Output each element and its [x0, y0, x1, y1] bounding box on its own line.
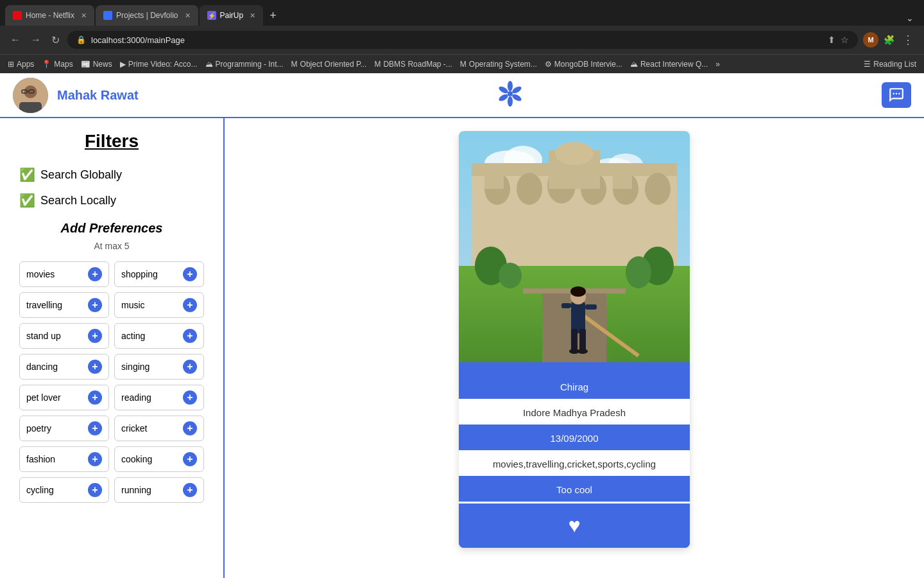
pref-petlover-add[interactable]: +: [88, 390, 102, 405]
pref-reading-label: reading: [121, 392, 151, 403]
pref-standup-label: stand up: [26, 331, 61, 341]
pref-fashion-label: fashion: [26, 454, 55, 464]
bookmark-oop-label: Object Oriented P...: [300, 60, 367, 69]
extensions-button[interactable]: 🧩: [884, 35, 894, 45]
back-button[interactable]: ←: [8, 31, 23, 48]
pref-travelling[interactable]: travelling +: [19, 292, 109, 318]
pref-shopping-add[interactable]: +: [183, 267, 197, 281]
bookmark-button[interactable]: ☆: [841, 35, 849, 45]
reading-list-button[interactable]: ☰ Reading List: [864, 60, 916, 69]
browser-menu-button[interactable]: ⋮: [900, 30, 916, 49]
bookmark-react[interactable]: ⛰ React Interview Q...: [630, 60, 708, 69]
reading-list-label: Reading List: [873, 60, 916, 69]
dbms-icon: M: [374, 60, 381, 69]
tab-devfolio[interactable]: Projects | Devfolio ✕: [96, 5, 198, 26]
profile-photo: [459, 131, 690, 375]
browser-profile[interactable]: M: [863, 32, 878, 48]
pref-music-add[interactable]: +: [183, 298, 197, 312]
pref-movies[interactable]: movies +: [19, 261, 109, 287]
profile-area: Chirag Indore Madhya Pradesh 13/09/2000 …: [225, 118, 924, 578]
svg-point-21: [517, 173, 542, 205]
pref-singing[interactable]: singing +: [114, 354, 204, 380]
pref-cooking-add[interactable]: +: [183, 452, 197, 466]
pref-movies-add[interactable]: +: [88, 267, 102, 281]
tab-pairup-title: PairUp: [220, 11, 244, 20]
bookmark-oop[interactable]: M Object Oriented P...: [291, 60, 367, 69]
bookmark-programming[interactable]: ⛰ Programming - Int...: [205, 60, 284, 69]
pref-cycling-add[interactable]: +: [88, 483, 102, 497]
bookmark-prime[interactable]: ▶ Prime Video: Acco...: [120, 60, 198, 69]
pref-poetry[interactable]: poetry +: [19, 416, 109, 441]
profile-bio: Too cool: [459, 478, 690, 504]
prime-icon: ▶: [120, 60, 126, 69]
user-avatar[interactable]: [13, 78, 48, 113]
pref-travelling-label: travelling: [26, 300, 62, 310]
pref-acting[interactable]: acting +: [114, 323, 204, 349]
new-tab-button[interactable]: +: [264, 6, 282, 25]
chat-button[interactable]: [882, 82, 911, 108]
bookmark-maps-label: Maps: [54, 60, 73, 69]
pref-singing-add[interactable]: +: [183, 360, 197, 374]
filter-global[interactable]: ✅ Search Globally: [19, 167, 204, 182]
tab-menu-button[interactable]: ⌄: [901, 10, 919, 26]
os-icon: M: [460, 60, 466, 69]
bookmark-news[interactable]: 📰 News: [81, 60, 112, 69]
pref-fashion-add[interactable]: +: [88, 452, 102, 466]
like-button[interactable]: ♥: [459, 504, 690, 548]
bookmark-apps-label: Apps: [17, 60, 34, 69]
filter-local[interactable]: ✅ Search Locally: [19, 193, 204, 208]
pref-petlover[interactable]: pet lover +: [19, 385, 109, 410]
tab-netflix[interactable]: Home - Netflix ✕: [5, 5, 94, 26]
pref-poetry-add[interactable]: +: [88, 421, 102, 435]
pref-cricket-add[interactable]: +: [183, 421, 197, 435]
pref-acting-add[interactable]: +: [183, 329, 197, 343]
more-bookmarks-button[interactable]: »: [715, 60, 720, 69]
url-bar[interactable]: 🔒 localhost:3000/mainPage ⬆ ☆: [67, 31, 858, 49]
pref-running-add[interactable]: +: [183, 483, 197, 497]
tab-netflix-close[interactable]: ✕: [81, 12, 87, 20]
profile-dob: 13/09/2000: [459, 426, 690, 452]
bookmark-dbms-label: DBMS RoadMap -...: [383, 60, 452, 69]
pref-running[interactable]: running +: [114, 477, 204, 503]
forward-button[interactable]: →: [28, 31, 44, 48]
pref-music-label: music: [121, 300, 145, 310]
pref-cooking[interactable]: cooking +: [114, 446, 204, 472]
preferences-title: Add Preferences: [19, 221, 204, 236]
tab-devfolio-close[interactable]: ✕: [185, 12, 191, 20]
pref-dancing[interactable]: dancing +: [19, 354, 109, 380]
devfolio-favicon: [103, 11, 112, 20]
tab-devfolio-title: Projects | Devfolio: [116, 11, 178, 20]
pref-travelling-add[interactable]: +: [88, 298, 102, 312]
pref-movies-label: movies: [26, 269, 55, 279]
pref-cycling[interactable]: cycling +: [19, 477, 109, 503]
filter-global-label: Search Globally: [40, 168, 122, 182]
pref-poetry-label: poetry: [26, 423, 51, 434]
pref-shopping[interactable]: shopping +: [114, 261, 204, 287]
pref-dancing-add[interactable]: +: [88, 360, 102, 374]
svg-point-7: [511, 85, 522, 95]
programming-icon: ⛰: [205, 60, 213, 69]
profile-info: Chirag Indore Madhya Pradesh 13/09/2000 …: [459, 375, 690, 548]
bookmark-os[interactable]: M Operating System...: [460, 60, 537, 69]
pref-reading-add[interactable]: +: [183, 390, 197, 405]
svg-rect-26: [484, 163, 504, 189]
user-name: Mahak Rawat: [57, 88, 139, 103]
bookmark-react-label: React Interview Q...: [640, 60, 708, 69]
pref-music[interactable]: music +: [114, 292, 204, 318]
pref-standup[interactable]: stand up +: [19, 323, 109, 349]
tab-pairup-close[interactable]: ✕: [250, 12, 255, 20]
pref-cricket[interactable]: cricket +: [114, 416, 204, 441]
bookmark-maps[interactable]: 📍 Maps: [42, 60, 73, 69]
tab-pairup[interactable]: ⚡ PairUp ✕: [200, 5, 264, 26]
share-button[interactable]: ⬆: [828, 35, 835, 45]
pref-reading[interactable]: reading +: [114, 385, 204, 410]
svg-point-12: [508, 91, 513, 96]
pref-standup-add[interactable]: +: [88, 329, 102, 343]
bookmark-mongo[interactable]: ⚙ MongoDB Intervie...: [545, 60, 622, 69]
bookmark-apps[interactable]: ⊞ Apps: [8, 60, 34, 69]
bookmark-programming-label: Programming - Int...: [216, 60, 284, 69]
reload-button[interactable]: ↻: [49, 31, 62, 49]
main-content: Filters ✅ Search Globally ✅ Search Local…: [0, 118, 924, 578]
pref-fashion[interactable]: fashion +: [19, 446, 109, 472]
bookmark-dbms[interactable]: M DBMS RoadMap -...: [374, 60, 452, 69]
